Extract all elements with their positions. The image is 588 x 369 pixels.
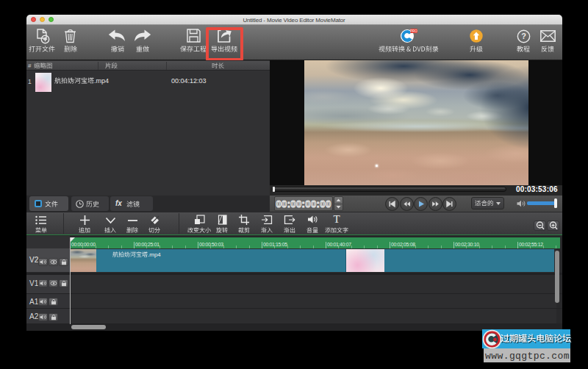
svg-text:?: ? [521,32,526,40]
svg-text:PRO: PRO [410,29,417,33]
